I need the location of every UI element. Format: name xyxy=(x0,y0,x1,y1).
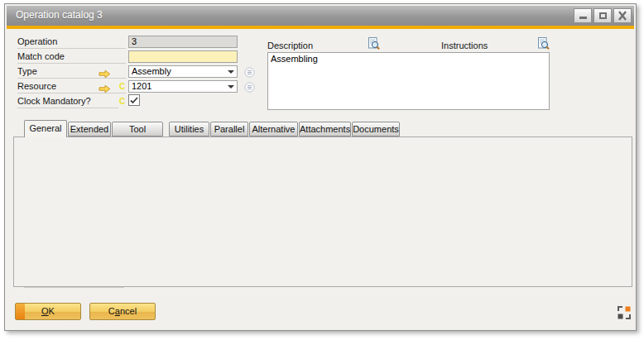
tab-extended[interactable]: Extended xyxy=(68,122,111,136)
clock-mandatory-label: Clock Mandatory? xyxy=(17,96,118,108)
tab-strip: General Extended Tool Utilities Parallel… xyxy=(24,122,401,137)
maximize-button[interactable] xyxy=(594,8,612,23)
edit-text-icon[interactable] xyxy=(368,37,380,50)
link-arrow-icon[interactable] xyxy=(99,82,111,95)
minimize-button[interactable] xyxy=(574,8,592,23)
minimize-icon xyxy=(579,17,587,19)
resource-value: 1201 xyxy=(132,81,234,92)
operation-field: 3 xyxy=(128,36,238,48)
type-dropdown[interactable]: Assembly xyxy=(128,65,238,78)
description-label: Description xyxy=(267,41,365,53)
window-title: Operation catalog 3 xyxy=(16,9,103,21)
ok-button[interactable]: OK xyxy=(15,303,81,320)
close-button[interactable] xyxy=(613,8,632,23)
maximize-icon xyxy=(599,12,607,19)
operation-label: Operation xyxy=(17,36,126,49)
tab-documents[interactable]: Documents xyxy=(352,122,400,136)
title-bar[interactable]: Operation catalog 3 xyxy=(7,6,634,26)
default-button-stripe xyxy=(16,304,25,319)
ok-button-label: OK xyxy=(41,306,55,316)
resource-dropdown[interactable]: 1201 xyxy=(128,80,238,93)
link-arrow-icon[interactable] xyxy=(99,67,111,80)
resize-grip-icon[interactable] xyxy=(617,305,632,320)
edit-text-icon[interactable] xyxy=(537,37,550,50)
operation-catalog-window: Operation catalog 3 Operation 3 Match co… xyxy=(4,3,637,331)
tab-alternative[interactable]: Alternative xyxy=(249,122,298,136)
tab-panel-general xyxy=(13,136,632,287)
clock-mandatory-checkbox[interactable] xyxy=(128,94,140,106)
chevron-down-icon xyxy=(228,85,234,89)
changeable-marker: C xyxy=(119,82,125,91)
title-accent-bar xyxy=(7,26,634,29)
tab-attachments[interactable]: Attachments xyxy=(299,122,351,136)
choose-from-list-icon[interactable] xyxy=(244,81,257,94)
match-code-label: Match code xyxy=(17,51,126,64)
tab-tool[interactable]: Tool xyxy=(112,122,163,136)
description-textarea[interactable]: Assembling xyxy=(267,52,550,110)
type-value: Assembly xyxy=(132,66,234,77)
changeable-marker: C xyxy=(119,97,125,106)
checkmark-icon xyxy=(130,97,138,104)
tab-parallel[interactable]: Parallel xyxy=(210,122,248,136)
close-icon xyxy=(614,9,631,22)
match-code-field[interactable] xyxy=(128,50,238,63)
screen: Operation catalog 3 Operation 3 Match co… xyxy=(0,0,644,340)
tab-utilities[interactable]: Utilities xyxy=(169,122,209,136)
cancel-button-label: Cancel xyxy=(108,306,137,316)
cancel-button[interactable]: Cancel xyxy=(89,303,156,320)
chevron-down-icon xyxy=(228,70,234,74)
tab-general[interactable]: General xyxy=(24,120,67,137)
choose-from-list-icon[interactable] xyxy=(244,66,257,79)
instructions-label: Instructions xyxy=(441,41,536,53)
window-controls xyxy=(574,8,632,23)
